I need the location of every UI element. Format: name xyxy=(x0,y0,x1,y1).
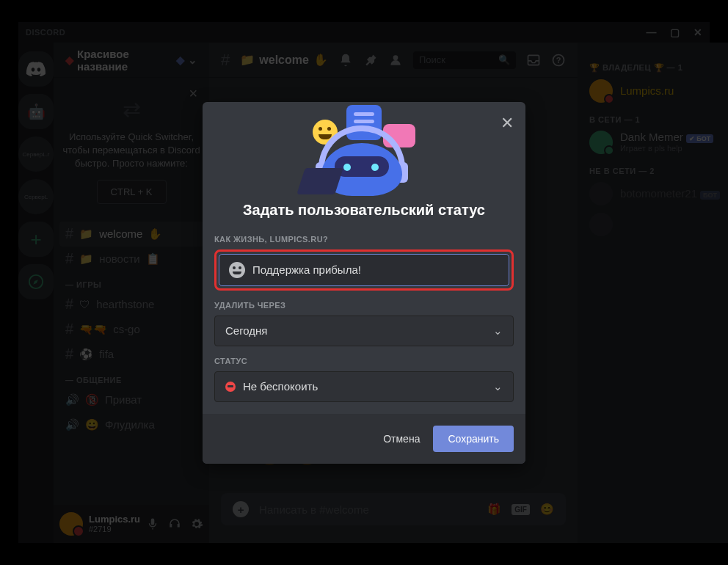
status-label-2: СТАТУС xyxy=(214,357,514,365)
status-dropdown[interactable]: Не беспокоить ⌄ xyxy=(214,371,514,402)
status-text-input[interactable]: Поддержка прибыла! xyxy=(219,255,509,285)
modal-hero-art xyxy=(203,102,525,190)
save-button[interactable]: Сохранить xyxy=(433,426,514,452)
chevron-down-icon: ⌄ xyxy=(493,380,503,393)
clear-label: УДАЛИТЬ ЧЕРЕЗ xyxy=(214,301,514,310)
status-label: КАК ЖИЗНЬ, LUMPICS.RU? xyxy=(214,235,514,244)
custom-status-modal: ✕ Задать пользовательский статус КАК ЖИЗ… xyxy=(203,102,525,464)
highlight-box: Поддержка прибыла! xyxy=(214,249,514,291)
status-text-value: Поддержка прибыла! xyxy=(252,263,499,276)
modal-footer: Отмена Сохранить xyxy=(203,414,525,464)
dnd-icon xyxy=(225,382,236,392)
modal-overlay: ✕ Задать пользовательский статус КАК ЖИЗ… xyxy=(0,0,728,565)
clear-after-dropdown[interactable]: Сегодня ⌄ xyxy=(214,316,514,346)
chevron-down-icon: ⌄ xyxy=(493,324,503,338)
close-icon[interactable]: ✕ xyxy=(500,114,514,133)
emoji-icon[interactable] xyxy=(229,262,245,278)
cancel-button[interactable]: Отмена xyxy=(383,433,420,445)
